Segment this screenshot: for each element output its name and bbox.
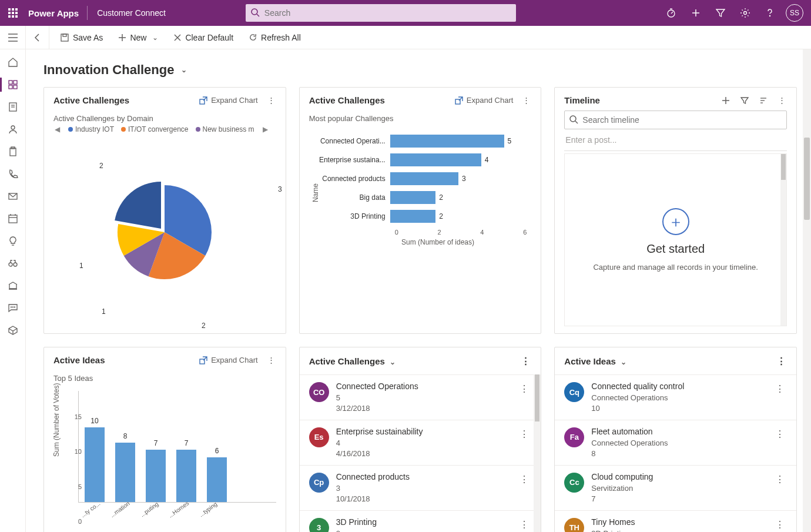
list-text: Connected Operations53/12/2018 (336, 381, 511, 414)
hbar-row: Connected products3 (314, 172, 527, 185)
new-button[interactable]: New⌄ (112, 31, 164, 45)
more-icon[interactable]: ⋮ (517, 426, 531, 442)
nav-chat-icon[interactable] (0, 297, 26, 319)
svg-rect-2 (15, 8, 18, 11)
legend-next-icon[interactable]: ▶ (262, 125, 269, 133)
more-icon[interactable]: ⋮ (773, 471, 787, 487)
list-item[interactable]: Es Enterprise sustainability44/16/2018 ⋮ (300, 420, 541, 465)
expand-chart-button[interactable]: Expand Chart (199, 356, 258, 364)
more-icon[interactable]: ⋮ (776, 354, 787, 367)
timeline-empty-state: ＋ Get started Capture and manage all rec… (564, 153, 787, 326)
nav-package-icon[interactable] (0, 320, 26, 341)
save-as-button[interactable]: Save As (54, 31, 109, 45)
more-icon[interactable]: ⋮ (520, 354, 531, 367)
timeline-post-input[interactable]: Enter a post... (564, 129, 787, 151)
get-started-subtitle: Capture and manage all records in your t… (593, 263, 758, 272)
nav-bank-icon[interactable] (0, 275, 26, 296)
pie-value-label: 1 (79, 262, 83, 270)
nav-clipboard-icon[interactable] (0, 141, 26, 162)
card-active-challenges-bars: Active Challenges Expand Chart ⋮ Most po… (299, 87, 542, 334)
svg-rect-27 (9, 81, 12, 84)
more-icon[interactable]: ⋮ (517, 471, 531, 487)
app-launcher-icon[interactable] (0, 8, 26, 18)
list-item[interactable]: Cp Connected products310/1/2018 ⋮ (300, 465, 541, 510)
more-icon[interactable]: ⋮ (773, 381, 787, 397)
page-title-dropdown[interactable]: Innovation Challenge ⌄ (43, 49, 797, 87)
main-scrollbar[interactable] (803, 49, 811, 532)
refresh-all-label: Refresh All (261, 33, 301, 42)
hbar-fill (390, 191, 436, 204)
nav-calendar-icon[interactable] (0, 208, 26, 229)
chart-subtitle: Active Challenges by Domain (53, 114, 276, 123)
help-icon[interactable] (758, 0, 782, 26)
scrollbar[interactable] (780, 154, 786, 326)
more-icon[interactable]: ⋮ (521, 95, 531, 106)
svg-rect-6 (8, 15, 11, 18)
svg-point-43 (9, 263, 12, 266)
new-label: New (130, 33, 146, 42)
timeline-search-wrap (564, 111, 787, 129)
refresh-all-button[interactable]: Refresh All (243, 31, 307, 45)
filter-icon[interactable] (739, 95, 750, 106)
card-title: Active Ideas (53, 355, 105, 365)
more-icon[interactable]: ⋮ (266, 354, 276, 366)
sort-icon[interactable] (758, 95, 769, 106)
user-avatar[interactable]: SS (783, 0, 806, 26)
nav-idea-icon[interactable] (0, 230, 26, 252)
nav-contacts-icon[interactable] (0, 119, 26, 140)
legend-prev-icon[interactable]: ◀ (53, 125, 61, 133)
svg-rect-28 (14, 81, 17, 84)
nav-binoculars-icon[interactable] (0, 253, 26, 274)
card-title: Active Challenges (309, 95, 385, 105)
header-actions: SS (659, 0, 811, 26)
more-icon[interactable]: ⋮ (266, 95, 276, 106)
list-item[interactable]: Cq Connected quality controlConnected Op… (555, 374, 796, 420)
expand-chart-button[interactable]: Expand Chart (199, 96, 258, 105)
nav-home-icon[interactable] (0, 52, 26, 73)
filter-icon[interactable] (709, 0, 732, 26)
settings-icon[interactable] (733, 0, 757, 26)
timeline-search-input[interactable] (564, 111, 787, 129)
more-icon[interactable]: ⋮ (517, 381, 531, 397)
list-item[interactable]: Cc Cloud computingServitization7 ⋮ (555, 465, 796, 510)
nav-mail-icon[interactable] (0, 186, 26, 207)
list-title-dropdown[interactable]: Active Challenges ⌄ (309, 356, 396, 366)
list-item[interactable]: 3 3D Printing2 ⋮ (300, 510, 541, 532)
list-badge: Cp (309, 473, 329, 493)
vbar-chart: Sum (Number of Votes) 151050 108776 ...t… (53, 385, 276, 513)
timer-icon[interactable] (659, 0, 683, 26)
svg-point-34 (11, 126, 15, 129)
svg-line-10 (257, 14, 259, 16)
svg-rect-1 (12, 8, 14, 11)
plus-circle-icon[interactable]: ＋ (662, 208, 689, 235)
list-title-dropdown[interactable]: Active Ideas ⌄ (564, 356, 626, 366)
list-text: 3D Printing2 (336, 517, 511, 532)
more-icon[interactable]: ⋮ (777, 95, 787, 106)
more-icon[interactable]: ⋮ (517, 517, 531, 532)
card-active-challenges-list: Active Challenges ⌄ ⋮ CO Connected Opera… (299, 347, 542, 532)
nav-accounts-icon[interactable] (0, 96, 26, 118)
card-timeline: Timeline ⋮ Enter a post... ＋ G (554, 87, 797, 334)
hbar-value: 4 (481, 156, 489, 164)
legend-item: Industry IOT (68, 125, 114, 133)
list-item[interactable]: TH Tiny Homes3D Printing ⋮ (555, 510, 796, 532)
nav-toggle-icon[interactable] (0, 26, 26, 49)
add-icon[interactable] (720, 95, 731, 106)
hbar-value: 2 (435, 193, 443, 202)
scrollbar[interactable] (534, 374, 541, 532)
list-item[interactable]: Fa Fleet automationConnected Operations8… (555, 420, 796, 465)
svg-rect-29 (9, 85, 12, 89)
svg-point-17 (769, 15, 770, 16)
svg-point-44 (14, 263, 17, 266)
global-search-input[interactable] (246, 4, 516, 22)
more-icon[interactable]: ⋮ (773, 517, 787, 532)
svg-rect-0 (8, 8, 11, 11)
clear-default-button[interactable]: Clear Default (167, 31, 239, 45)
more-icon[interactable]: ⋮ (773, 426, 787, 442)
list-item[interactable]: CO Connected Operations53/12/2018 ⋮ (300, 374, 541, 420)
expand-chart-button[interactable]: Expand Chart (455, 96, 514, 105)
add-icon[interactable] (684, 0, 708, 26)
back-button[interactable] (26, 26, 49, 49)
nav-dashboard-icon[interactable] (0, 74, 26, 95)
nav-phone-icon[interactable] (0, 163, 26, 185)
